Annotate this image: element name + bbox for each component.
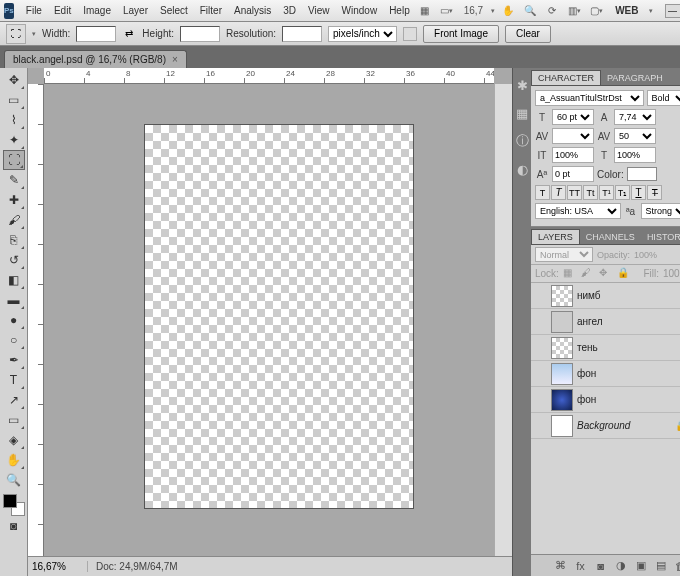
- front-image-button[interactable]: Front Image: [423, 25, 499, 43]
- shape-tool[interactable]: ▭: [3, 410, 25, 430]
- layer-name[interactable]: фон: [577, 394, 596, 405]
- menu-image[interactable]: Image: [77, 2, 117, 19]
- lasso-tool[interactable]: ⌇: [3, 110, 25, 130]
- menu-3d[interactable]: 3D: [277, 2, 302, 19]
- font-family-select[interactable]: a_AssuanTitulStrDst: [535, 90, 644, 106]
- width-input[interactable]: [76, 26, 116, 42]
- magic-wand-tool[interactable]: ✦: [3, 130, 25, 150]
- text-color-swatch[interactable]: [627, 167, 657, 181]
- layer-mask-icon[interactable]: ◙: [593, 558, 609, 574]
- tracking-input[interactable]: 50: [614, 128, 656, 144]
- crop-tool[interactable]: ⛶: [3, 150, 25, 170]
- hand-icon[interactable]: ✋: [499, 2, 517, 20]
- rotate-view-icon[interactable]: ⟳: [543, 2, 561, 20]
- zoom-readout[interactable]: 16,7: [460, 5, 487, 16]
- opacity-value[interactable]: 100%: [634, 250, 657, 260]
- adjustment-layer-icon[interactable]: ◑: [613, 558, 629, 574]
- gradient-tool[interactable]: ▬: [3, 290, 25, 310]
- lock-transparency-icon[interactable]: ▦: [563, 267, 577, 281]
- vertical-scrollbar[interactable]: [494, 84, 512, 556]
- small-caps-button[interactable]: Tt: [583, 185, 598, 200]
- layer-thumbnail[interactable]: [551, 363, 573, 385]
- layer-row[interactable]: нимб: [531, 283, 680, 309]
- tab-layers[interactable]: Layers: [531, 229, 580, 244]
- path-selection-tool[interactable]: ↗: [3, 390, 25, 410]
- type-tool[interactable]: T: [3, 370, 25, 390]
- tab-paragraph[interactable]: Paragraph: [601, 71, 669, 85]
- new-layer-icon[interactable]: ▤: [653, 558, 669, 574]
- dodge-tool[interactable]: ○: [3, 330, 25, 350]
- menu-analysis[interactable]: Analysis: [228, 2, 277, 19]
- menu-file[interactable]: File: [20, 2, 48, 19]
- tab-channels[interactable]: Channels: [580, 230, 641, 244]
- close-tab-icon[interactable]: ×: [172, 54, 178, 65]
- status-zoom[interactable]: 16,67%: [28, 561, 88, 572]
- foreground-color-swatch[interactable]: [3, 494, 17, 508]
- layer-row[interactable]: фон: [531, 361, 680, 387]
- layer-group-icon[interactable]: ▣: [633, 558, 649, 574]
- color-swatches[interactable]: [3, 494, 25, 516]
- font-size-input[interactable]: 60 pt: [552, 109, 594, 125]
- layer-style-icon[interactable]: fx: [573, 558, 589, 574]
- antialias-select[interactable]: Strong: [641, 203, 680, 219]
- font-style-select[interactable]: Bold: [647, 90, 680, 106]
- brush-tool[interactable]: 🖌: [3, 210, 25, 230]
- move-tool[interactable]: ✥: [3, 70, 25, 90]
- layer-thumbnail[interactable]: [551, 311, 573, 333]
- lock-position-icon[interactable]: ✥: [599, 267, 613, 281]
- layer-name[interactable]: фон: [577, 368, 596, 379]
- resolution-input[interactable]: [282, 26, 322, 42]
- zoom-icon[interactable]: 🔍: [521, 2, 539, 20]
- menu-view[interactable]: View: [302, 2, 336, 19]
- view-extras-icon[interactable]: ▭▾: [438, 2, 456, 20]
- height-input[interactable]: [180, 26, 220, 42]
- layer-thumbnail[interactable]: [551, 337, 573, 359]
- layer-name[interactable]: нимб: [577, 290, 601, 301]
- zoom-tool[interactable]: 🔍: [3, 470, 25, 490]
- lock-all-icon[interactable]: 🔒: [617, 267, 631, 281]
- document-tab[interactable]: black.angel.psd @ 16,7% (RGB/8) ×: [4, 50, 187, 68]
- vertical-ruler[interactable]: [28, 84, 44, 556]
- layer-row[interactable]: Background 🔒: [531, 413, 680, 439]
- screen-mode-icon[interactable]: ▢▾: [587, 2, 605, 20]
- visibility-toggle[interactable]: [533, 289, 547, 303]
- resolution-unit-select[interactable]: pixels/inch: [328, 26, 397, 42]
- layer-row[interactable]: ангел: [531, 309, 680, 335]
- tab-history[interactable]: History: [641, 230, 680, 244]
- layer-thumbnail[interactable]: [551, 389, 573, 411]
- window-minimize-button[interactable]: —: [665, 4, 680, 18]
- document-canvas[interactable]: [144, 124, 414, 509]
- delete-layer-icon[interactable]: 🗑: [673, 558, 680, 574]
- menu-window[interactable]: Window: [336, 2, 384, 19]
- horizontal-ruler[interactable]: 048121620242832364044: [44, 68, 494, 84]
- healing-brush-tool[interactable]: ✚: [3, 190, 25, 210]
- language-select[interactable]: English: USA: [535, 203, 621, 219]
- layer-thumbnail[interactable]: [551, 285, 573, 307]
- baseline-shift-input[interactable]: [552, 166, 594, 182]
- fill-value[interactable]: 100%: [663, 268, 680, 279]
- layer-name[interactable]: тень: [577, 342, 598, 353]
- layer-thumbnail[interactable]: [551, 415, 573, 437]
- visibility-toggle[interactable]: [533, 315, 547, 329]
- clear-button[interactable]: Clear: [505, 25, 551, 43]
- pen-tool[interactable]: ✒: [3, 350, 25, 370]
- swatches-panel-icon[interactable]: ▦: [513, 104, 531, 122]
- superscript-button[interactable]: T¹: [599, 185, 614, 200]
- menu-filter[interactable]: Filter: [194, 2, 228, 19]
- eyedropper-tool[interactable]: ✎: [3, 170, 25, 190]
- visibility-toggle[interactable]: [533, 341, 547, 355]
- 3d-tool[interactable]: ◈: [3, 430, 25, 450]
- history-brush-tool[interactable]: ↺: [3, 250, 25, 270]
- horizontal-scale-input[interactable]: [614, 147, 656, 163]
- quick-mask-toggle[interactable]: ◙: [3, 516, 25, 536]
- hand-tool[interactable]: ✋: [3, 450, 25, 470]
- visibility-toggle[interactable]: [533, 393, 547, 407]
- marquee-tool[interactable]: ▭: [3, 90, 25, 110]
- strikethrough-button[interactable]: T̶: [647, 185, 662, 200]
- subscript-button[interactable]: T₁: [615, 185, 630, 200]
- canvas-viewport[interactable]: [44, 84, 494, 556]
- lock-pixels-icon[interactable]: 🖌: [581, 267, 595, 281]
- visibility-toggle[interactable]: [533, 367, 547, 381]
- arrange-documents-icon[interactable]: ▥▾: [565, 2, 583, 20]
- menu-edit[interactable]: Edit: [48, 2, 77, 19]
